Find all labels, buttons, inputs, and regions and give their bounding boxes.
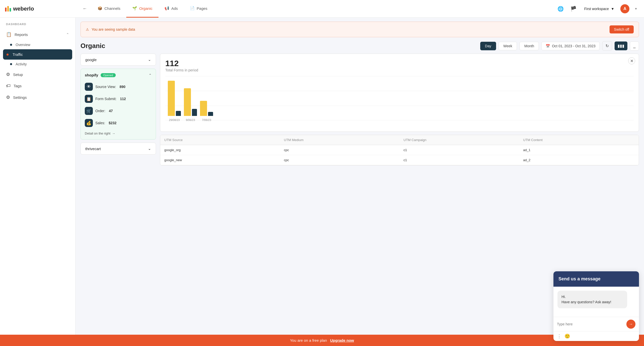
shopify-card: shopify Opened ⌃ 👁 Source View: 890 📋 Fo…: [80, 69, 156, 140]
table-row-2: google_new cpc c1 ad_2: [160, 155, 639, 165]
page-title: Organic: [80, 42, 105, 50]
td-content-1: ad_1: [519, 145, 639, 155]
th-utm-content: UTM Content: [519, 135, 639, 145]
sidebar-sub-items: Overview: [0, 40, 75, 49]
reports-chevron: ⌃: [66, 32, 69, 36]
bar-group-1: 29/08/23: [168, 81, 181, 121]
emoji-icon[interactable]: 🙂: [565, 333, 570, 339]
setup-icon: ⚙: [6, 72, 10, 77]
workspace-selector[interactable]: First workspace ▼: [582, 5, 617, 12]
tags-icon: 🏷: [6, 83, 11, 89]
chat-messages: Hi.Have any questions? Ask away!: [553, 287, 639, 317]
period-week-button[interactable]: Week: [499, 42, 517, 50]
shopify-title: shopify: [85, 73, 98, 77]
order-icon: 🛒: [85, 107, 93, 115]
sidebar-item-setup[interactable]: ⚙ Setup: [0, 69, 75, 80]
thrivecart-chevron-icon: ⌄: [148, 146, 151, 151]
period-day-button[interactable]: Day: [480, 42, 496, 50]
main-layout: DASHBOARD 📋 Reports ⌃ Overview Traffic A…: [0, 18, 644, 346]
sidebar-item-settings[interactable]: ⚙ Settings: [0, 92, 75, 103]
free-plan-text: You are on a free plan: [290, 338, 327, 342]
td-source-1: google_org: [160, 145, 280, 155]
chart-card: ✕ 112 Total Forms in period: [160, 54, 639, 132]
sidebar-item-tags[interactable]: 🏷 Tags: [0, 80, 75, 92]
order-value: 47: [109, 109, 113, 113]
sidebar-item-reports[interactable]: 📋 Reports ⌃: [0, 29, 75, 40]
avatar[interactable]: A: [620, 4, 629, 13]
chat-input-area: →: [553, 317, 639, 331]
left-panel: google ⌄ shopify Opened ⌃ 👁 Source View:: [80, 54, 156, 341]
data-table: UTM Source UTM Medium UTM Campaign UTM C…: [160, 135, 639, 165]
logo: weberlo: [5, 6, 34, 12]
thrivecart-dropdown[interactable]: thrivecart ⌄: [80, 143, 156, 155]
table-header: UTM Source UTM Medium UTM Campaign UTM C…: [160, 135, 639, 145]
chart-label: Total Forms in period: [165, 68, 634, 72]
chat-header-title: Send us a message: [558, 276, 634, 282]
tags-label: Tags: [14, 84, 22, 88]
banner-message: You are seeing sample data: [92, 27, 135, 31]
setup-label: Setup: [13, 72, 23, 77]
more-options-icon[interactable]: ⋮: [557, 333, 561, 339]
arrow-right-icon: →: [112, 132, 115, 135]
bar-label-1: 29/08/23: [169, 118, 180, 121]
sales-label: Sales:: [95, 121, 105, 125]
thrivecart-label: thrivecart: [85, 147, 101, 151]
sidebar-item-traffic[interactable]: Traffic: [3, 49, 72, 60]
bar-group-2: 9/06/23: [184, 88, 197, 121]
date-range-button[interactable]: 📅 Oct 01, 2023 - Oct 31, 2023: [541, 42, 600, 50]
line-chart-view-button[interactable]: ⎯: [630, 41, 639, 51]
th-utm-medium: UTM Medium: [280, 135, 400, 145]
banner-text-area: ⚠ You are seeing sample data: [86, 27, 135, 31]
date-range-text: Oct 01, 2023 - Oct 31, 2023: [552, 44, 595, 48]
avatar-dropdown[interactable]: ▼: [633, 6, 639, 12]
tab-organic[interactable]: 🌱 Organic: [126, 0, 158, 18]
upgrade-link[interactable]: Upgrade now: [330, 338, 354, 342]
period-month-button[interactable]: Month: [519, 42, 539, 50]
calendar-icon: 📅: [546, 44, 550, 48]
globe-icon-button[interactable]: 🌐: [556, 4, 565, 13]
source-view-value: 890: [119, 85, 125, 89]
sales-icon: 💰: [85, 119, 93, 127]
form-submit-value: 112: [120, 97, 126, 101]
sales-value: $232: [109, 121, 116, 125]
sidebar-item-activity[interactable]: Activity: [10, 60, 75, 69]
source-view-label: Source View:: [95, 85, 116, 89]
metric-row-order: 🛒 Order: 47: [85, 105, 152, 117]
refresh-button[interactable]: ↻: [602, 41, 612, 51]
th-utm-campaign: UTM Campaign: [399, 135, 519, 145]
switch-off-button[interactable]: Switch off: [610, 25, 634, 33]
logo-bar2: [7, 6, 9, 12]
bar-dark-3: [208, 112, 213, 116]
nav-right: 🌐 🏴 First workspace ▼ A ▼: [556, 4, 639, 13]
bar-label-2: 9/06/23: [186, 118, 195, 121]
tab-ads[interactable]: 📢 Ads: [158, 0, 184, 18]
bar-chart: 29/08/23 9/06/23: [165, 76, 634, 121]
tab-channels[interactable]: 📦 Channels: [92, 0, 126, 18]
workspace-chevron: ▼: [611, 7, 614, 11]
reports-icon: 📋: [6, 32, 12, 37]
bar-chart-view-button[interactable]: ▮▮▮: [615, 41, 627, 50]
workspace-name: First workspace: [584, 7, 609, 11]
sidebar-item-overview[interactable]: Overview: [10, 40, 75, 49]
warning-icon: ⚠: [86, 27, 89, 31]
activity-dot: [10, 63, 12, 65]
table-row-1: google_org cpc c1 ad_1: [160, 145, 639, 155]
organic-header: Organic Day Week Month 📅 Oct 01, 2023 - …: [75, 37, 644, 54]
channel-dropdown[interactable]: google ⌄: [80, 54, 156, 66]
logo-bar3: [10, 8, 11, 12]
detail-link[interactable]: Detail on the right →: [85, 132, 152, 135]
td-campaign-1: c1: [399, 145, 519, 155]
back-button[interactable]: ←: [80, 4, 89, 13]
td-content-2: ad_2: [519, 155, 639, 165]
chat-send-button[interactable]: →: [626, 320, 635, 329]
tab-pages[interactable]: 📄 Pages: [184, 0, 214, 18]
bottom-banner: You are on a free plan Upgrade now: [0, 335, 644, 346]
flag-icon-button[interactable]: 🏴: [569, 4, 578, 13]
bar-yellow-2: [184, 88, 191, 116]
close-chart-button[interactable]: ✕: [628, 57, 635, 64]
sample-data-banner: ⚠ You are seeing sample data Switch off: [80, 22, 639, 37]
chat-input[interactable]: [557, 322, 624, 326]
td-campaign-2: c1: [399, 155, 519, 165]
form-submit-icon: 📋: [85, 95, 93, 103]
form-submit-label: Form Submit:: [95, 97, 116, 101]
